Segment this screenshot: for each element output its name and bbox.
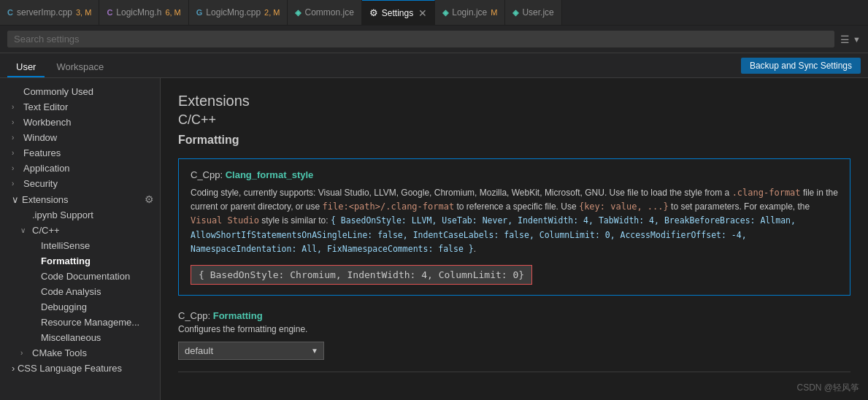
tab-cpp-icon: C <box>7 8 13 17</box>
sidebar-label-text-editor: Text Editor <box>23 101 68 112</box>
sidebar-item-cmake[interactable]: › CMake Tools <box>0 345 160 361</box>
settings-tabs-bar: User Workspace Backup and Sync Settings <box>0 53 868 78</box>
sidebar-item-cpp[interactable]: ∨ C/C++ <box>0 223 160 238</box>
gear-icon[interactable]: ⚙ <box>145 193 154 205</box>
sidebar-item-commonly-used[interactable]: Commonly Used <box>0 84 160 99</box>
content-section-title: Formatting <box>178 134 850 147</box>
tab-jce2-icon: ◈ <box>442 8 448 18</box>
setting2-prefix: C_Cpp: <box>178 310 213 321</box>
code-clang-format: .clang-format <box>732 188 801 198</box>
tab-logicMng-cpp[interactable]: G LogicMng.cpp 2, M <box>189 0 288 26</box>
sidebar-label-application: Application <box>23 163 70 174</box>
chevron-extensions: ∨ <box>12 194 19 205</box>
search-icons: ☰ ▼ <box>840 34 861 45</box>
sidebar-label-misc: Miscellaneous <box>41 332 101 343</box>
tab-common-jce[interactable]: ◈ Common.jce <box>288 0 361 26</box>
sidebar-item-intellisense[interactable]: IntelliSense <box>0 238 160 253</box>
search-input[interactable] <box>7 31 834 47</box>
tab-jce-icon: ◈ <box>295 8 301 18</box>
tab-logicMng-h-badge: 6, M <box>165 8 180 17</box>
setting-input-clang[interactable]: { BasedOnStyle: Chromium, IndentWidth: 4… <box>191 265 532 285</box>
sidebar-label-workbench: Workbench <box>23 117 72 128</box>
sidebar-item-resource-mgmt[interactable]: Resource Manageme... <box>0 315 160 330</box>
sidebar-item-window[interactable]: › Window <box>0 130 160 145</box>
sidebar-item-extensions[interactable]: ∨ Extensions ⚙ <box>0 191 160 207</box>
tab-cpp2-icon: G <box>196 8 203 17</box>
chevron-application: › <box>12 164 20 172</box>
sidebar-label-cmake: CMake Tools <box>32 347 87 358</box>
tab-user-label: User <box>16 61 36 72</box>
extensions-left: ∨ Extensions <box>12 194 69 205</box>
sidebar-item-ipynb[interactable]: .ipynb Support <box>0 207 160 223</box>
setting-title-key: Clang_format_style <box>226 169 314 180</box>
sidebar-item-formatting[interactable]: Formatting <box>0 253 160 269</box>
tab-user-jce[interactable]: ◈ User.jce <box>505 0 561 26</box>
sidebar-label-security: Security <box>23 178 58 189</box>
sidebar-label-window: Window <box>23 132 57 143</box>
sidebar-label-intellisense: IntelliSense <box>41 240 90 251</box>
tab-login-jce-label: Login.jce <box>452 7 487 18</box>
sidebar-item-code-analysis[interactable]: Code Analysis <box>0 284 160 299</box>
tab-bar: C serverImp.cpp 3, M C LogicMng.h 6, M G… <box>0 0 868 26</box>
sidebar: Commonly Used › Text Editor › Workbench … <box>0 78 161 400</box>
tab-jce3-icon: ◈ <box>512 8 518 18</box>
sidebar-label-formatting: Formatting <box>41 255 91 266</box>
sidebar-label-css: › CSS Language Features <box>12 363 122 374</box>
sidebar-item-text-editor[interactable]: › Text Editor <box>0 99 160 115</box>
tab-login-jce[interactable]: ◈ Login.jce M <box>435 0 505 26</box>
tab-serverImp[interactable]: C serverImp.cpp 3, M <box>0 0 99 26</box>
sidebar-item-features[interactable]: › Features <box>0 145 160 161</box>
tab-logicMng-cpp-badge: 2, M <box>264 8 280 17</box>
sidebar-item-css[interactable]: › CSS Language Features <box>0 361 160 376</box>
tab-serverImp-badge: 3, M <box>76 8 91 17</box>
sidebar-label-extensions: Extensions <box>22 194 69 205</box>
filter-icon[interactable]: ☰ <box>840 34 850 45</box>
setting2-key: Formatting <box>213 310 263 321</box>
setting-title-clang: C_Cpp: Clang_format_style <box>191 169 838 180</box>
backup-sync-button[interactable]: Backup and Sync Settings <box>741 58 861 74</box>
tab-workspace[interactable]: Workspace <box>47 58 112 77</box>
chevron-window: › <box>12 134 20 142</box>
sidebar-item-workbench[interactable]: › Workbench <box>0 115 160 130</box>
sidebar-label-code-analysis: Code Analysis <box>41 286 101 297</box>
setting2-title: C_Cpp: Formatting <box>178 310 850 321</box>
sidebar-label-ipynb: .ipynb Support <box>32 209 93 220</box>
sidebar-item-miscellaneous[interactable]: Miscellaneous <box>0 330 160 345</box>
setting-block-clang-style: C_Cpp: Clang_format_style Coding style, … <box>178 158 850 296</box>
sidebar-label-code-doc: Code Documentation <box>41 271 130 282</box>
tab-user[interactable]: User <box>7 58 45 77</box>
tab-logicMng-h[interactable]: C LogicMng.h 6, M <box>99 0 188 26</box>
sidebar-item-security[interactable]: › Security <box>0 176 160 191</box>
sidebar-label-features: Features <box>23 147 61 158</box>
sidebar-label-resource: Resource Manageme... <box>41 317 139 328</box>
tab-settings-close[interactable]: ✕ <box>418 8 427 18</box>
code-style-example: { BasedOnStyle: LLVM, UseTab: Never, Ind… <box>191 215 796 253</box>
chevron-security: › <box>12 180 20 188</box>
sidebar-label-debugging: Debugging <box>41 301 87 312</box>
code-file-path: file:<path>/.clang-format <box>323 201 455 212</box>
sidebar-item-code-documentation[interactable]: Code Documentation <box>0 269 160 284</box>
content-subtitle: C/C++ <box>178 112 850 128</box>
sidebar-item-debugging[interactable]: Debugging <box>0 299 160 315</box>
select-wrapper: default clang-format vcFormat disabled ▼ <box>178 342 324 360</box>
main-layout: Commonly Used › Text Editor › Workbench … <box>0 78 868 400</box>
chevron-text-editor: › <box>12 103 20 111</box>
tab-logicMng-cpp-label: LogicMng.cpp <box>206 7 261 18</box>
sort-icon[interactable]: ▼ <box>853 35 861 44</box>
setting-block-formatting-engine: C_Cpp: Formatting Configures the formatt… <box>178 310 850 372</box>
chevron-cpp: ∨ <box>20 226 29 234</box>
tab-settings[interactable]: ⚙ Settings ✕ <box>362 0 435 26</box>
sidebar-item-application[interactable]: › Application <box>0 161 160 176</box>
code-visual-studio: Visual Studio <box>191 215 259 226</box>
tab-login-jce-badge: M <box>491 8 497 17</box>
watermark: CSDN @轻风筝 <box>796 382 859 394</box>
formatting-engine-select[interactable]: default clang-format vcFormat disabled <box>178 342 324 360</box>
content-title: Extensions <box>178 93 850 109</box>
sidebar-label-commonly-used: Commonly Used <box>23 86 93 97</box>
setting-title-prefix: C_Cpp: <box>191 169 226 180</box>
search-bar-area: ☰ ▼ <box>0 26 868 53</box>
tab-serverImp-label: serverImp.cpp <box>17 7 72 18</box>
tab-workspace-label: Workspace <box>56 61 104 72</box>
tab-settings-icon: ⚙ <box>369 7 378 18</box>
setting2-desc: Configures the formatting engine. <box>178 324 850 334</box>
